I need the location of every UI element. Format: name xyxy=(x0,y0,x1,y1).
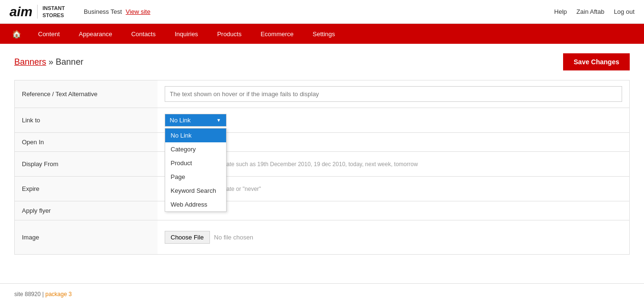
nav-item-products[interactable]: Products xyxy=(208,24,251,44)
logout-link[interactable]: Log out xyxy=(614,8,634,15)
top-right-nav: Help Zain Aftab Log out xyxy=(554,8,634,15)
image-row: Image Choose File No file chosen xyxy=(15,220,630,255)
site-info: Business Test View site xyxy=(84,8,554,15)
top-bar: aim INSTANTSTORES Business Test View sit… xyxy=(0,0,644,24)
apply-flyer-row: Apply flyer xyxy=(15,201,630,220)
link-to-label: Link to xyxy=(15,108,158,133)
nav-item-content[interactable]: Content xyxy=(29,24,69,44)
page-header: Banners » Banner Save Changes xyxy=(14,53,630,70)
reference-row: Reference / Text Alternative xyxy=(15,80,630,108)
package-info: package 3 xyxy=(45,291,71,298)
expire-label: Expire xyxy=(15,177,158,201)
logo-instant: INSTANTSTORES xyxy=(37,5,65,19)
dropdown-item-category[interactable]: Category xyxy=(165,142,226,156)
choose-file-button[interactable]: Choose File xyxy=(165,231,210,244)
dropdown-item-no-link[interactable]: No Link xyxy=(165,129,226,142)
link-to-selected-value: No Link xyxy=(170,117,217,124)
link-to-row: Link to No Link ▼ No Link Category Produ… xyxy=(15,108,630,133)
display-from-label: Display From xyxy=(15,152,158,177)
footer-separator: | xyxy=(42,291,44,298)
open-in-label: Open In xyxy=(15,133,158,152)
footer: site 88920 | package 3 xyxy=(0,283,644,305)
dropdown-item-web-address[interactable]: Web Address xyxy=(165,198,226,211)
help-link[interactable]: Help xyxy=(554,8,567,15)
breadcrumb: Banners » Banner xyxy=(14,57,83,67)
breadcrumb-link[interactable]: Banners xyxy=(14,57,46,67)
nav-bar: 🏠 Content Appearance Contacts Inquiries … xyxy=(0,24,644,44)
logo-aim: aim xyxy=(10,4,32,20)
file-name-display: No file chosen xyxy=(214,234,253,241)
open-in-options: New window xyxy=(165,139,623,146)
reference-label: Reference / Text Alternative xyxy=(15,80,158,108)
display-from-row: Display From Enter date such as 19th Dec… xyxy=(15,152,630,177)
nav-item-appearance[interactable]: Appearance xyxy=(69,24,122,44)
open-in-row: Open In New window xyxy=(15,133,630,152)
dropdown-item-page[interactable]: Page xyxy=(165,170,226,184)
site-name: Business Test xyxy=(84,8,122,15)
dropdown-item-keyword-search[interactable]: Keyword Search xyxy=(165,184,226,198)
link-to-arrow-icon: ▼ xyxy=(217,118,221,123)
reference-input[interactable] xyxy=(165,86,623,102)
form-table: Reference / Text Alternative Link to No … xyxy=(14,80,630,255)
apply-flyer-label: Apply flyer xyxy=(15,201,158,220)
nav-item-inquiries[interactable]: Inquiries xyxy=(165,24,208,44)
nav-home-button[interactable]: 🏠 xyxy=(5,30,29,39)
dropdown-item-product[interactable]: Product xyxy=(165,156,226,170)
user-name[interactable]: Zain Aftab xyxy=(576,8,604,15)
view-site-link[interactable]: View site xyxy=(126,8,150,15)
link-to-dropdown: No Link Category Product Page Keyword Se… xyxy=(165,128,227,212)
save-changes-button[interactable]: Save Changes xyxy=(563,53,630,70)
file-upload-area: Choose File No file chosen xyxy=(165,226,623,248)
image-label: Image xyxy=(15,220,158,255)
logo-area: aim INSTANTSTORES xyxy=(10,4,65,20)
breadcrumb-current: Banner xyxy=(56,57,83,67)
link-to-wrapper: No Link ▼ No Link Category Product Page … xyxy=(165,114,227,127)
link-to-select-trigger[interactable]: No Link ▼ xyxy=(165,114,227,127)
site-id: site 88920 xyxy=(14,291,40,298)
display-from-hint: Enter date such as 19th December 2010, 1… xyxy=(208,161,418,168)
nav-item-ecommerce[interactable]: Ecommerce xyxy=(251,24,303,44)
main-content: Banners » Banner Save Changes Reference … xyxy=(0,44,644,264)
nav-item-settings[interactable]: Settings xyxy=(303,24,345,44)
nav-item-contacts[interactable]: Contacts xyxy=(122,24,165,44)
breadcrumb-separator: » xyxy=(49,57,53,67)
expire-row: Expire Enter date or "never" xyxy=(15,177,630,201)
